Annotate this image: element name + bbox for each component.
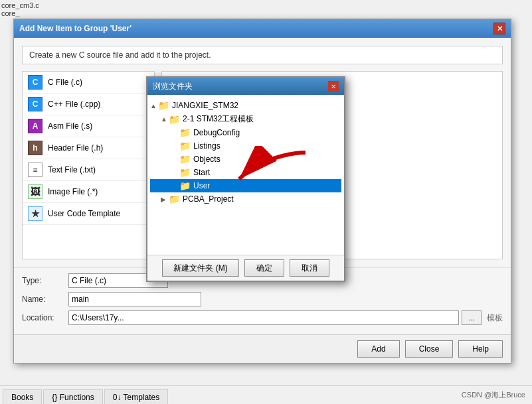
c-file-label: C File (.c) <box>48 78 82 87</box>
tree-item-stm32[interactable]: ▲ 📁 2-1 STM32工程模板 <box>150 112 341 126</box>
template-cpp-file[interactable]: C C++ File (.cpp) <box>23 94 154 115</box>
template-header-file[interactable]: h Header File (.h) <box>23 137 154 159</box>
add-button[interactable]: Add <box>357 340 399 358</box>
add-dialog-desc: Create a new C source file and add it to… <box>22 46 503 64</box>
folder-jiangxie-icon: 📁 <box>158 100 169 111</box>
cpp-file-icon: C <box>28 97 43 111</box>
image-file-label: Image File (.*) <box>48 187 98 196</box>
browse-cancel-button[interactable]: 取消 <box>290 259 329 277</box>
tree-item-start[interactable]: 📁 Start <box>150 166 341 179</box>
text-file-label: Text File (.txt) <box>48 165 96 174</box>
folder-start-icon: 📁 <box>179 167 191 178</box>
folder-stm32-icon: 📁 <box>169 114 180 125</box>
watermark: CSDN @海上Bruce <box>462 390 525 400</box>
template-image-file[interactable]: 🖼 Image File (.*) <box>23 181 154 203</box>
tab-templates-label: 0↓ Templates <box>113 393 159 402</box>
location-row: Location: ... 模板 <box>22 310 503 325</box>
folder-objects-icon: 📁 <box>179 154 191 165</box>
folder-listings-icon: 📁 <box>179 141 191 151</box>
expand-jiangxie: ▲ <box>150 102 158 109</box>
template-text-file[interactable]: ≡ Text File (.txt) <box>23 159 154 181</box>
tree-label-pcba: PCBA_Project <box>183 194 234 204</box>
header-file-label: Header File (.h) <box>48 143 103 153</box>
bottom-tabs-bar: Books {} Functions 0↓ Templates <box>0 385 532 404</box>
folder-pcba-icon: 📁 <box>169 194 180 204</box>
tree-label-user: User <box>193 181 210 190</box>
browse-location-button[interactable]: ... <box>462 310 482 325</box>
c-file-icon: C <box>28 75 43 90</box>
folder-user-icon: 📁 <box>179 180 191 191</box>
tree-label-jiangxie: JIANGXIE_STM32 <box>172 101 238 110</box>
dialog-close-button[interactable]: Close <box>405 340 454 358</box>
name-label: Name: <box>22 295 68 304</box>
browse-close-button[interactable]: ✕ <box>328 81 339 92</box>
add-dialog-close[interactable]: ✕ <box>493 23 505 34</box>
top-file-area: core_cm3.c core_ <box>1 1 39 17</box>
location-input[interactable] <box>68 310 459 325</box>
asm-file-label: Asm File (.s) <box>48 121 92 131</box>
template-list: C C File (.c) C C++ File (.cpp) A Asm Fi… <box>22 71 155 259</box>
file-label-2: core_ <box>1 9 39 17</box>
name-row: Name: <box>22 292 503 306</box>
tree-label-objects: Objects <box>193 155 221 164</box>
image-file-icon: 🖼 <box>28 184 43 199</box>
browse-ok-button[interactable]: 确定 <box>244 259 284 277</box>
file-label-1: core_cm3.c <box>1 1 39 9</box>
text-file-icon: ≡ <box>28 163 43 177</box>
help-button[interactable]: Help <box>458 340 503 358</box>
tree-item-pcba[interactable]: ▶ 📁 PCBA_Project <box>150 192 341 206</box>
name-input[interactable] <box>68 292 201 306</box>
tree-label-listings: Listings <box>193 141 221 151</box>
tree-item-objects[interactable]: 📁 Objects <box>150 153 341 166</box>
tree-item-jiangxie[interactable]: ▲ 📁 JIANGXIE_STM32 <box>150 99 341 112</box>
tree-label-debugconfig: DebugConfig <box>193 128 240 137</box>
tree-label-start: Start <box>193 168 210 177</box>
expand-stm32: ▲ <box>161 115 169 123</box>
tab-books-label: Books <box>11 393 33 402</box>
add-dialog-titlebar: Add New Item to Group 'User' ✕ <box>14 19 511 38</box>
browse-titlebar: 浏览文件夹 ✕ <box>147 78 344 95</box>
new-folder-button[interactable]: 新建文件夹 (M) <box>162 259 238 277</box>
add-dialog-title: Add New Item to Group 'User' <box>19 24 132 33</box>
tab-templates[interactable]: 0↓ Templates <box>104 389 168 404</box>
tree-item-user[interactable]: 📁 User <box>150 179 341 192</box>
folder-debugconfig-icon: 📁 <box>179 127 191 138</box>
user-code-label: User Code Template <box>48 209 120 218</box>
tree-item-listings[interactable]: 📁 Listings <box>150 139 341 153</box>
tab-functions-label: {} Functions <box>52 393 94 402</box>
tab-books[interactable]: Books <box>3 389 42 404</box>
asm-file-icon: A <box>28 119 43 133</box>
template-c-file[interactable]: C C File (.c) <box>23 72 154 94</box>
template-user-code[interactable]: ★ User Code Template <box>23 203 154 225</box>
add-dialog-actions: Add Close Help <box>14 334 511 363</box>
header-file-icon: h <box>28 141 43 155</box>
type-label: Type: <box>22 276 68 285</box>
location-label: Location: <box>22 313 68 322</box>
user-code-icon: ★ <box>28 206 43 221</box>
browse-folder-dialog: 浏览文件夹 ✕ ▲ 📁 JIANGXIE_STM32 ▲ 📁 2-1 STM32… <box>146 76 345 282</box>
browse-title: 浏览文件夹 <box>153 81 193 92</box>
location-suffix: 模板 <box>487 312 503 324</box>
browse-footer: 新建文件夹 (M) 确定 取消 <box>147 255 344 281</box>
tree-item-debugconfig[interactable]: 📁 DebugConfig <box>150 126 341 139</box>
tree-label-stm32: 2-1 STM32工程模板 <box>183 113 254 125</box>
cpp-file-label: C++ File (.cpp) <box>48 100 100 109</box>
browse-tree: ▲ 📁 JIANGXIE_STM32 ▲ 📁 2-1 STM32工程模板 📁 D… <box>147 95 344 255</box>
template-asm-file[interactable]: A Asm File (.s) <box>23 115 154 137</box>
action-buttons: Add Close Help <box>357 340 503 358</box>
tab-functions[interactable]: {} Functions <box>43 389 102 404</box>
expand-pcba: ▶ <box>161 196 169 203</box>
